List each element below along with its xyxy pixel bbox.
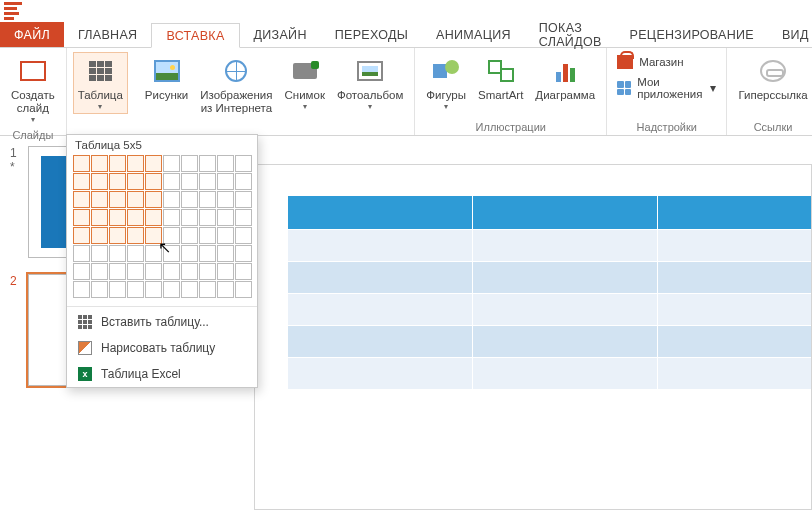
hyperlink-button[interactable]: Гиперссылка (733, 52, 812, 105)
photo-album-button[interactable]: Фотоальбом ▾ (332, 52, 408, 114)
grid-cell[interactable] (235, 245, 252, 262)
grid-cell[interactable] (73, 263, 90, 280)
grid-cell[interactable] (181, 155, 198, 172)
grid-cell[interactable] (145, 245, 162, 262)
grid-cell[interactable] (73, 281, 90, 298)
new-slide-button[interactable]: Создать слайд ▾ (6, 52, 60, 127)
grid-cell[interactable] (145, 155, 162, 172)
tab-view[interactable]: ВИД (768, 22, 812, 47)
table-button[interactable]: Таблица ▾ (73, 52, 128, 114)
grid-cell[interactable] (127, 209, 144, 226)
grid-cell[interactable] (163, 155, 180, 172)
grid-cell[interactable] (73, 155, 90, 172)
grid-cell[interactable] (163, 245, 180, 262)
grid-cell[interactable] (181, 173, 198, 190)
grid-cell[interactable] (163, 173, 180, 190)
slide-editor[interactable] (254, 164, 812, 510)
online-pictures-button[interactable]: Изображения из Интернета (195, 52, 277, 118)
grid-cell[interactable] (235, 155, 252, 172)
grid-cell[interactable] (163, 263, 180, 280)
grid-cell[interactable] (217, 227, 234, 244)
grid-cell[interactable] (217, 191, 234, 208)
tab-animation[interactable]: АНИМАЦИЯ (422, 22, 525, 47)
grid-cell[interactable] (109, 263, 126, 280)
grid-cell[interactable] (145, 191, 162, 208)
grid-cell[interactable] (127, 227, 144, 244)
grid-cell[interactable] (127, 263, 144, 280)
grid-cell[interactable] (109, 155, 126, 172)
grid-cell[interactable] (73, 173, 90, 190)
grid-cell[interactable] (181, 209, 198, 226)
grid-cell[interactable] (199, 173, 216, 190)
grid-cell[interactable] (163, 281, 180, 298)
tab-design[interactable]: ДИЗАЙН (240, 22, 321, 47)
grid-cell[interactable] (199, 263, 216, 280)
grid-cell[interactable] (127, 173, 144, 190)
grid-cell[interactable] (163, 191, 180, 208)
store-button[interactable]: Магазин (613, 52, 720, 72)
grid-cell[interactable] (91, 209, 108, 226)
draw-table-item[interactable]: Нарисовать таблицу (67, 335, 257, 361)
grid-cell[interactable] (199, 191, 216, 208)
tab-review[interactable]: РЕЦЕНЗИРОВАНИЕ (616, 22, 768, 47)
grid-cell[interactable] (217, 245, 234, 262)
grid-cell[interactable] (163, 209, 180, 226)
my-apps-button[interactable]: Мои приложения ▾ (613, 74, 720, 102)
grid-cell[interactable] (199, 227, 216, 244)
grid-cell[interactable] (163, 227, 180, 244)
grid-cell[interactable] (217, 155, 234, 172)
grid-cell[interactable] (145, 209, 162, 226)
grid-cell[interactable] (73, 209, 90, 226)
grid-cell[interactable] (235, 209, 252, 226)
table-size-grid[interactable] (67, 153, 257, 304)
tab-file[interactable]: ФАЙЛ (0, 22, 64, 47)
pictures-button[interactable]: Рисунки (140, 52, 193, 105)
grid-cell[interactable] (145, 263, 162, 280)
tab-home[interactable]: ГЛАВНАЯ (64, 22, 151, 47)
grid-cell[interactable] (181, 263, 198, 280)
grid-cell[interactable] (73, 191, 90, 208)
grid-cell[interactable] (91, 281, 108, 298)
grid-cell[interactable] (199, 245, 216, 262)
grid-cell[interactable] (145, 173, 162, 190)
grid-cell[interactable] (109, 245, 126, 262)
grid-cell[interactable] (217, 281, 234, 298)
grid-cell[interactable] (91, 155, 108, 172)
grid-cell[interactable] (109, 173, 126, 190)
grid-cell[interactable] (127, 191, 144, 208)
grid-cell[interactable] (181, 191, 198, 208)
grid-cell[interactable] (109, 209, 126, 226)
grid-cell[interactable] (217, 209, 234, 226)
grid-cell[interactable] (235, 191, 252, 208)
screenshot-button[interactable]: Снимок ▾ (280, 52, 330, 114)
grid-cell[interactable] (181, 281, 198, 298)
grid-cell[interactable] (91, 227, 108, 244)
grid-cell[interactable] (91, 245, 108, 262)
grid-cell[interactable] (73, 227, 90, 244)
grid-cell[interactable] (127, 281, 144, 298)
grid-cell[interactable] (91, 191, 108, 208)
grid-cell[interactable] (235, 281, 252, 298)
grid-cell[interactable] (109, 281, 126, 298)
smartart-button[interactable]: SmartArt (473, 52, 528, 105)
grid-cell[interactable] (145, 281, 162, 298)
grid-cell[interactable] (235, 173, 252, 190)
grid-cell[interactable] (91, 263, 108, 280)
excel-table-item[interactable]: x Таблица Excel (67, 361, 257, 387)
grid-cell[interactable] (109, 227, 126, 244)
grid-cell[interactable] (181, 227, 198, 244)
insert-table-item[interactable]: Вставить таблицу... (67, 309, 257, 335)
tab-insert[interactable]: ВСТАВКА (151, 23, 239, 48)
grid-cell[interactable] (199, 155, 216, 172)
grid-cell[interactable] (145, 227, 162, 244)
grid-cell[interactable] (199, 281, 216, 298)
grid-cell[interactable] (181, 245, 198, 262)
grid-cell[interactable] (91, 173, 108, 190)
shapes-button[interactable]: Фигуры ▾ (421, 52, 471, 114)
grid-cell[interactable] (127, 245, 144, 262)
grid-cell[interactable] (217, 263, 234, 280)
grid-cell[interactable] (127, 155, 144, 172)
tab-transitions[interactable]: ПЕРЕХОДЫ (321, 22, 422, 47)
chart-button[interactable]: Диаграмма (530, 52, 600, 105)
grid-cell[interactable] (73, 245, 90, 262)
